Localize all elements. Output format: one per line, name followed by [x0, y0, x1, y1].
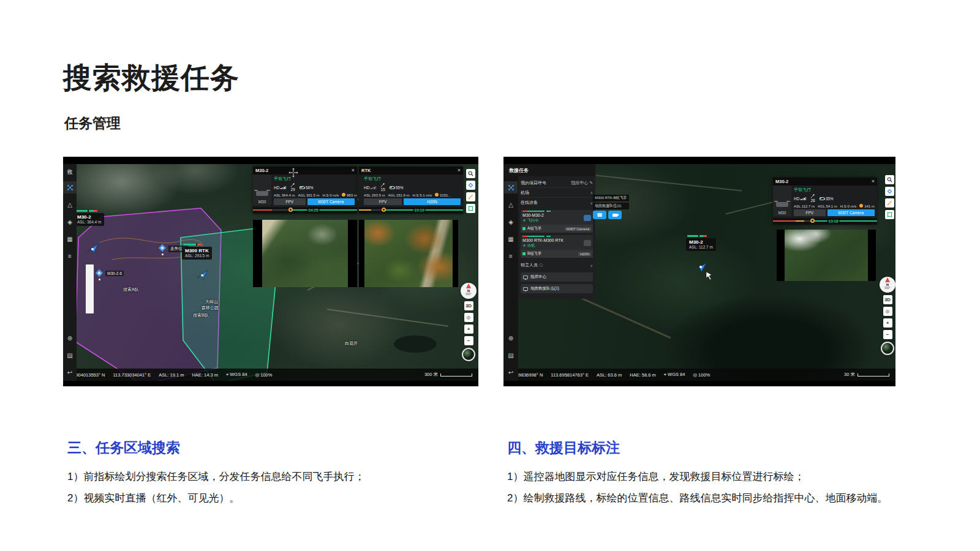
globe-icon[interactable]: ⊕: [63, 332, 77, 344]
layers-icon[interactable]: ◈: [63, 216, 77, 228]
camera-button[interactable]: H20N: [404, 198, 461, 205]
zoom-in-button[interactable]: +: [883, 318, 892, 328]
view-3d-button[interactable]: 3D: [464, 301, 473, 310]
list-icon[interactable]: ≡: [63, 250, 77, 262]
panel-header[interactable]: M30-2 ×: [253, 167, 357, 174]
compass-needle: [885, 277, 890, 282]
video-feed-container[interactable]: [253, 220, 357, 287]
locate-button[interactable]: ◎: [464, 313, 473, 322]
media-icon[interactable]: ▦: [63, 233, 77, 245]
pin-tool-icon[interactable]: [466, 181, 475, 190]
close-icon[interactable]: ×: [352, 168, 355, 173]
asl-value: ASL 364.4 m: [274, 193, 295, 197]
agl-value: AGL 301.5 m: [298, 193, 319, 197]
report-icon[interactable]: ▤: [63, 349, 77, 361]
camera-button[interactable]: M30T Camera: [827, 209, 875, 216]
exit-icon[interactable]: ↩: [63, 366, 77, 378]
drone-icon[interactable]: [504, 181, 518, 193]
flight-timeline[interactable]: 13:18: [773, 218, 877, 225]
video-feed-container[interactable]: [359, 220, 458, 287]
callsign-row[interactable]: 我的项目呼号 指挥中心✎: [521, 178, 593, 188]
timeline-segment-red: [253, 209, 272, 211]
independent-row[interactable]: 独立人员 ⓘ ∨: [521, 260, 593, 270]
camera-button[interactable]: M30T Camera: [307, 198, 355, 205]
panel-header[interactable]: RTK ×: [359, 167, 463, 174]
zoom-in-button[interactable]: +: [464, 324, 473, 334]
compass[interactable]: N 000°: [880, 277, 895, 293]
view-3d-button[interactable]: 3D: [883, 295, 892, 304]
callsign-value: 指挥中心: [571, 180, 588, 186]
panel-header[interactable]: M30-2 ×: [773, 178, 877, 186]
warning-icon[interactable]: △: [504, 198, 518, 211]
flight-timeline[interactable]: 19:19: [359, 207, 463, 214]
pilot-row[interactable]: A组飞手 M30T Camera: [521, 225, 593, 233]
device-card-m30[interactable]: M30-M30-2 飞行中 A组飞手 M30T Camera: [521, 210, 593, 233]
polygon-tool-icon[interactable]: [885, 210, 894, 219]
monitor-icon: [523, 276, 528, 279]
telemetry-panel-m30[interactable]: M30-2 × M30 手动飞行 HD 29 58% ASL 364.4 m: [253, 167, 357, 214]
video-call-icon[interactable]: [608, 211, 622, 219]
exit-icon[interactable]: ↩: [504, 366, 518, 378]
hs-value: H.S 0 m/s: [323, 193, 339, 197]
drone-tooltip[interactable]: M30-2 ASL: 364.4 m: [74, 213, 104, 226]
drone-marker[interactable]: [85, 240, 100, 255]
drone-tooltip[interactable]: M30-2 ASL: 112.7 m: [686, 238, 716, 251]
polygon-tool-icon[interactable]: [466, 204, 475, 213]
home-distance: 983 m: [342, 193, 357, 197]
online-devices-row[interactable]: 在线设备 ∨: [521, 198, 593, 208]
edit-icon[interactable]: ✎: [589, 181, 593, 186]
chevron-up-icon[interactable]: ∧: [590, 190, 593, 195]
timeline-handle[interactable]: [288, 208, 293, 212]
basemap-switcher[interactable]: [462, 348, 475, 361]
close-icon[interactable]: ×: [872, 179, 875, 184]
telemetry-panel-m300[interactable]: RTK × 手动飞行 HD 15 55% ASL 293.5 m AGL 151…: [359, 167, 463, 214]
voice-call-icon[interactable]: ☎: [593, 211, 606, 219]
timeline-handle[interactable]: [382, 208, 386, 212]
battery-icon: [390, 186, 394, 189]
rth-icon: [859, 204, 863, 208]
timeline-handle[interactable]: [810, 219, 815, 223]
member-command-center[interactable]: 指挥中心: [521, 272, 593, 282]
letterbox: [63, 157, 478, 164]
drone-silhouette: [776, 202, 788, 207]
drone-marker[interactable]: [693, 258, 708, 273]
timeline-segment-yellow: [796, 220, 804, 222]
report-icon[interactable]: ▤: [504, 349, 518, 361]
media-icon[interactable]: ▦: [504, 233, 518, 245]
locate-button[interactable]: ◎: [883, 307, 892, 316]
warning-icon[interactable]: △: [63, 198, 77, 211]
video-feed-container[interactable]: [777, 230, 876, 281]
zoom-out-button[interactable]: −: [464, 336, 473, 345]
list-icon[interactable]: ≡: [504, 250, 518, 262]
asl-value: ASL 112.7 m: [794, 204, 815, 208]
fpv-button[interactable]: FPV: [364, 198, 402, 205]
drone-icon[interactable]: [63, 181, 77, 193]
drone-marker[interactable]: [195, 267, 209, 280]
scale-bar: [858, 373, 889, 377]
pin-tool-icon[interactable]: [885, 187, 894, 196]
telemetry-panel-m30[interactable]: M30-2 × M30 手动飞行 HD 28 35% ASL 112.7 m: [773, 178, 877, 225]
line-tool-icon[interactable]: [466, 192, 475, 201]
drone-tooltip[interactable]: M300 RTK ASL: 293.5 m: [182, 247, 212, 260]
pilot-row[interactable]: B组飞手 H20N: [521, 250, 593, 258]
layers-icon[interactable]: ◈: [504, 216, 518, 228]
airport-row[interactable]: 机场 ∧: [521, 188, 593, 198]
flight-timeline[interactable]: 24:25: [253, 207, 357, 214]
fpv-button[interactable]: FPV: [794, 209, 826, 216]
zoom-out-button[interactable]: −: [883, 330, 892, 339]
search-icon[interactable]: [885, 175, 894, 184]
search-icon[interactable]: [466, 169, 475, 178]
line-tool-icon[interactable]: [885, 198, 894, 208]
battery-icon: [820, 197, 824, 200]
chevron-down-icon[interactable]: ∨: [590, 263, 593, 268]
live-video-feed: [364, 220, 453, 287]
fpv-button[interactable]: FPV: [274, 198, 306, 205]
close-icon[interactable]: ×: [458, 168, 461, 173]
compass[interactable]: N 000°: [461, 283, 477, 299]
device-battery-strip: [522, 236, 551, 237]
basemap-switcher[interactable]: [881, 342, 894, 355]
device-card-m300[interactable]: M300 RTK-M300 RTK 待机 B组飞手 H20N: [521, 235, 593, 258]
map-view-controls: N 000° 3D ◎ + −: [880, 277, 895, 355]
member-ground-team[interactable]: 地面救援队伍(1): [521, 284, 593, 293]
globe-icon[interactable]: ⊕: [504, 332, 518, 344]
